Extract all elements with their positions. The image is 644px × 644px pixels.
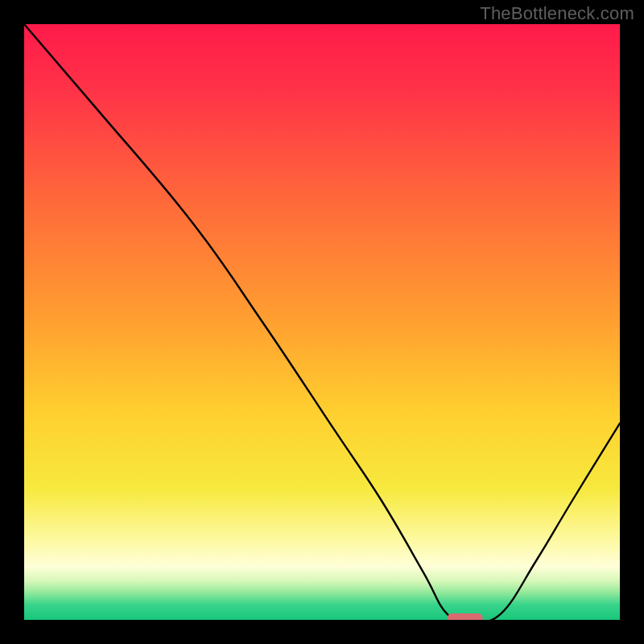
- plot-area: [24, 24, 620, 620]
- bottleneck-chart: [0, 0, 644, 644]
- watermark-text: TheBottleneck.com: [480, 3, 634, 24]
- chart-container: TheBottleneck.com: [0, 0, 644, 644]
